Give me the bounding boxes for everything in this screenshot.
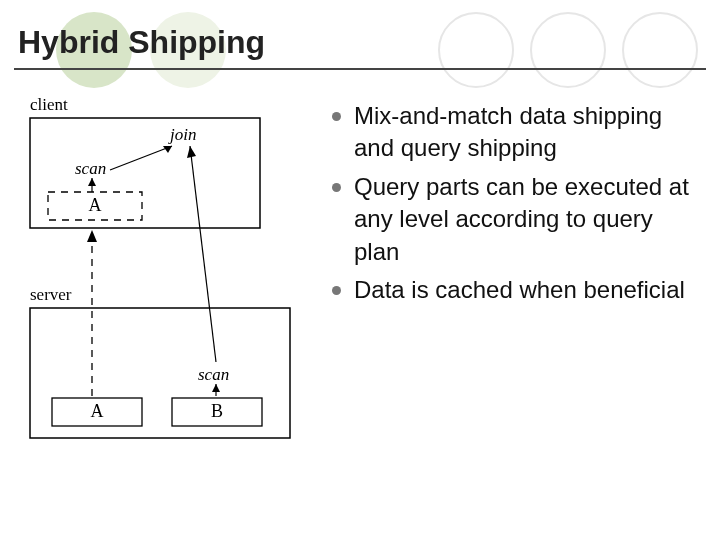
bullet-item: Mix-and-match data shipping and query sh… — [328, 100, 696, 165]
decorative-circle — [438, 12, 514, 88]
server-box — [30, 308, 290, 438]
arrowhead — [187, 146, 196, 158]
server-label: server — [30, 285, 72, 304]
hybrid-shipping-diagram: client join scan A server scan — [20, 92, 310, 492]
join-label: join — [168, 125, 196, 144]
slide-title: Hybrid Shipping — [18, 24, 265, 61]
edge-scanB-to-join — [190, 146, 216, 362]
edge-scan-to-join-left — [110, 146, 172, 170]
arrowhead — [87, 230, 97, 242]
decorative-circle — [622, 12, 698, 88]
scan-bottom-label: scan — [198, 365, 229, 384]
scan-top-label: scan — [75, 159, 106, 178]
arrowhead — [88, 178, 96, 186]
cache-a-label: A — [89, 195, 102, 215]
bullet-list: Mix-and-match data shipping and query sh… — [328, 100, 696, 306]
client-box — [30, 118, 260, 228]
bullet-list-area: Mix-and-match data shipping and query sh… — [320, 92, 720, 540]
client-label: client — [30, 95, 68, 114]
arrowhead — [212, 384, 220, 392]
server-b-label: B — [211, 401, 223, 421]
bullet-item: Query parts can be executed at any level… — [328, 171, 696, 268]
diagram-area: client join scan A server scan — [0, 92, 320, 540]
server-a-label: A — [91, 401, 104, 421]
title-underline — [14, 68, 706, 70]
decorative-circle — [530, 12, 606, 88]
bullet-item: Data is cached when beneficial — [328, 274, 696, 306]
slide-content: client join scan A server scan — [0, 92, 720, 540]
